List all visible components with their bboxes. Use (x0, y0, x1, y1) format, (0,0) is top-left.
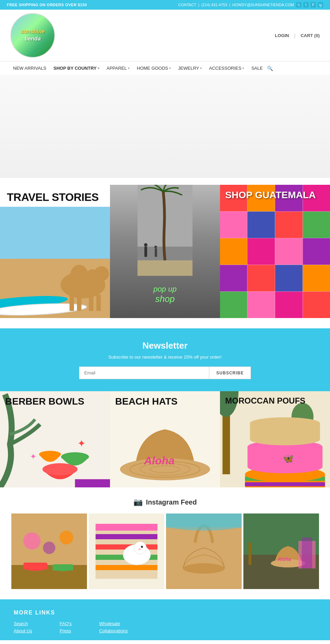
svg-text:✦: ✦ (30, 452, 36, 461)
beach-hats-title: BEACH HATS (115, 396, 177, 407)
berber-bowls-title: BERBER BOWLS (5, 396, 84, 407)
svg-rect-34 (247, 265, 275, 292)
guatemala-pattern (220, 185, 330, 318)
svg-text:Aloha: Aloha (144, 454, 175, 467)
social-icons: 𝕏 f P ig (296, 2, 323, 8)
instagram-image-1[interactable] (11, 513, 87, 589)
footer-col-3: Wholesale Collaborations (99, 621, 128, 633)
travel-stories-title: TRAVEL STORIES (7, 192, 103, 203)
palm-tree-svg (138, 185, 192, 276)
logo-line2: tienda (21, 35, 45, 43)
pinterest-icon[interactable]: P (310, 2, 316, 8)
instagram-section: 📷 Instagram Feed (0, 487, 330, 599)
nav-accessories[interactable]: ACCESSORIES ▾ (206, 64, 247, 72)
svg-rect-9 (89, 294, 94, 311)
guatemala-title: SHOP GUATEMALA (225, 190, 316, 201)
svg-text:Aloha: Aloha (277, 556, 291, 562)
instagram-image-4[interactable]: Aloha (243, 513, 319, 589)
featured-grid: TRAVEL STORIES (0, 185, 330, 318)
footer-link-faq[interactable]: FAQ's (59, 621, 72, 626)
main-nav: NEW ARRIVALS SHOP BY COUNTRY ▾ APPAREL ▾… (0, 61, 330, 75)
twitter-icon[interactable]: 𝕏 (296, 2, 301, 8)
footer-link-about[interactable]: About Us (14, 628, 32, 633)
footer-col-2: FAQ's Press (59, 621, 72, 633)
popup-line2: shop (153, 294, 176, 304)
svg-point-102 (138, 549, 141, 550)
guatemala-cell[interactable]: SHOP GUATEMALA (220, 185, 330, 318)
footer-link-search[interactable]: Search (14, 621, 32, 626)
instagram-icon[interactable]: ig (318, 2, 323, 8)
svg-rect-29 (220, 238, 247, 265)
svg-rect-84 (11, 565, 87, 589)
svg-rect-40 (303, 292, 330, 318)
header: sunshine tienda LOGIN | CART (0) (0, 10, 330, 61)
login-link[interactable]: LOGIN (275, 33, 289, 38)
nav-new-arrivals[interactable]: NEW ARRIVALS (10, 64, 49, 72)
svg-rect-38 (247, 292, 275, 318)
svg-point-89 (23, 532, 41, 550)
email-link[interactable]: HOWDY@SUNSHINETIENDA.COM (232, 3, 294, 7)
svg-text:✦: ✦ (77, 438, 86, 449)
svg-rect-35 (275, 265, 303, 292)
nav-sale[interactable]: SALE (249, 64, 265, 72)
instagram-image-2[interactable] (89, 513, 164, 589)
dropdown-arrow: ▾ (128, 66, 130, 70)
svg-rect-98 (96, 565, 157, 570)
subscribe-button[interactable]: SUBSCRIBE (209, 366, 251, 379)
svg-point-82 (250, 417, 320, 429)
svg-rect-10 (96, 294, 101, 311)
travel-stories-cell[interactable]: TRAVEL STORIES (0, 185, 110, 318)
svg-point-101 (141, 546, 143, 548)
footer-link-wholesale[interactable]: Wholesale (99, 621, 128, 626)
dropdown-arrow: ▾ (200, 66, 202, 70)
svg-point-19 (154, 246, 157, 248)
email-input[interactable] (79, 366, 209, 379)
popup-text: pop up shop (153, 285, 176, 304)
search-icon[interactable]: 🔍 (267, 66, 273, 71)
contact-info: CONTACT | (214) 431-4753 | HOWDY@SUNSHIN… (178, 2, 323, 8)
svg-rect-8 (77, 294, 81, 311)
footer-links: Search About Us FAQ's Press Wholesale Co… (14, 621, 316, 633)
instagram-icon: 📷 (133, 498, 143, 507)
travel-stories-image (0, 207, 110, 318)
svg-rect-32 (303, 238, 330, 265)
moroccan-poufs-feature[interactable]: 🦋 MOROCCAN POUFS (220, 391, 330, 487)
svg-rect-33 (220, 265, 247, 292)
popup-line1: pop up (153, 285, 176, 294)
svg-rect-7 (69, 294, 74, 311)
footer-link-collaborations[interactable]: Collaborations (99, 628, 128, 633)
logo-line1: sunshine (21, 28, 45, 35)
nav-home-goods[interactable]: HOME GOODS ▾ (134, 64, 174, 72)
shipping-notice: FREE SHIPPING ON ORDERS OVER $150 (7, 3, 87, 7)
top-bar: FREE SHIPPING ON ORDERS OVER $150 CONTAC… (0, 0, 330, 10)
beach-hats-feature[interactable]: Aloha BEACH HATS (110, 391, 220, 487)
newsletter-title: Newsletter (7, 340, 323, 351)
logo[interactable]: sunshine tienda (10, 13, 55, 58)
footer-link-press[interactable]: Press (59, 628, 72, 633)
facebook-icon[interactable]: f (303, 2, 309, 8)
berber-bowls-feature[interactable]: ✦ ✦ BERBER BOWLS (0, 391, 110, 487)
svg-rect-18 (155, 248, 157, 257)
svg-rect-106 (166, 513, 242, 527)
dropdown-arrow: ▾ (242, 66, 244, 70)
svg-point-91 (43, 542, 55, 554)
nav-shop-by-country[interactable]: SHOP BY COUNTRY ▾ (51, 64, 102, 72)
svg-rect-86 (23, 563, 47, 569)
svg-rect-30 (247, 238, 275, 265)
svg-point-100 (134, 542, 146, 554)
nav-jewelry[interactable]: JEWELRY ▾ (175, 64, 205, 72)
svg-point-110 (243, 515, 257, 543)
footer: MORE LINKS Search About Us FAQ's Press W… (0, 599, 330, 640)
footer-col-1: Search About Us (14, 621, 32, 633)
svg-point-17 (144, 243, 147, 247)
instagram-image-3[interactable] (166, 513, 242, 589)
instagram-grid: Aloha (7, 513, 323, 589)
popup-shop-cell[interactable]: pop up shop (110, 185, 220, 318)
dropdown-arrow: ▾ (169, 66, 171, 70)
cart-link[interactable]: CART (0) (300, 33, 320, 38)
nav-apparel[interactable]: APPAREL ▾ (104, 64, 132, 72)
newsletter-subtitle: Subscribe to our newsletter & receive 15… (7, 354, 323, 360)
svg-rect-71 (245, 483, 325, 487)
contact-link[interactable]: CONTACT (178, 3, 196, 7)
svg-rect-56 (75, 479, 110, 488)
